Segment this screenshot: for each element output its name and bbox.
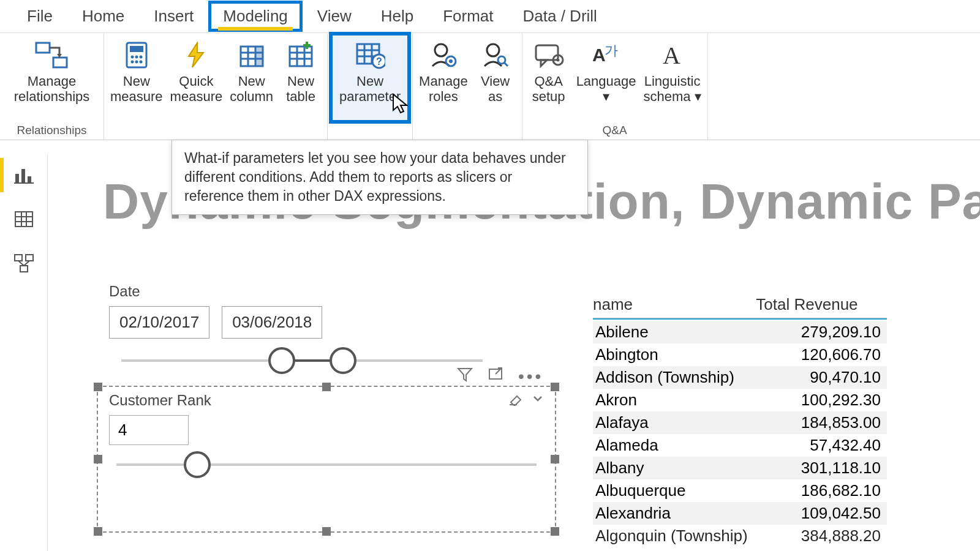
tab-format[interactable]: Format (428, 1, 508, 32)
new-table-label: New table (286, 73, 315, 105)
tab-view[interactable]: View (303, 1, 366, 32)
table-row[interactable]: Addison (Township)90,470.10 (593, 366, 887, 389)
resize-handle[interactable] (94, 383, 102, 391)
new-table-button[interactable]: New table (277, 33, 325, 122)
svg-rect-17 (255, 47, 263, 66)
resize-handle[interactable] (551, 455, 559, 463)
table-row[interactable]: Albuquerque186,682.10 (593, 479, 887, 502)
table-row[interactable]: Akron100,292.30 (593, 389, 887, 411)
chevron-down-icon[interactable] (532, 392, 544, 408)
table-plus-icon (287, 38, 314, 72)
date-range-track[interactable] (121, 359, 483, 362)
table-column-icon (238, 38, 265, 72)
person-search-icon (482, 38, 509, 72)
date-from-input[interactable]: 02/10/2017 (109, 306, 209, 339)
svg-rect-45 (15, 174, 19, 182)
linguistic-schema-button[interactable]: A Linguistic schema ▾ (640, 33, 705, 122)
report-view-button[interactable] (10, 162, 37, 189)
group-label-qna: Q&A (603, 122, 627, 140)
table-row[interactable]: Alameda57,432.40 (593, 434, 887, 457)
view-as-button[interactable]: View as (472, 33, 519, 122)
svg-rect-4 (130, 46, 143, 52)
svg-rect-46 (21, 169, 25, 182)
table-row[interactable]: Abilene279,209.10 (593, 321, 887, 343)
new-measure-label: New measure (110, 73, 163, 105)
date-range-thumb-start[interactable] (268, 347, 295, 374)
ribbon-group-whatif: ? New parameter (328, 33, 413, 140)
resize-handle[interactable] (322, 527, 331, 536)
ribbon-group-qna: Q&A setup A가 Language ▾ A Linguistic sch… (522, 33, 708, 140)
column-name-header[interactable]: name (593, 295, 750, 314)
svg-rect-47 (28, 176, 31, 182)
group-label-relationships: Relationships (17, 122, 86, 140)
ribbon-tabs: File Home Insert Modeling View Help Form… (0, 0, 980, 33)
date-range-thumb-end[interactable] (330, 347, 356, 374)
view-switcher (0, 154, 48, 551)
svg-point-35 (487, 44, 499, 56)
new-parameter-button[interactable]: ? New parameter (330, 33, 410, 122)
tab-file[interactable]: File (12, 1, 67, 32)
rank-track[interactable] (116, 463, 537, 466)
quick-measure-button[interactable]: Quick measure (167, 33, 227, 122)
svg-rect-49 (15, 212, 32, 227)
table-row[interactable]: Alafaya184,853.00 (593, 411, 887, 434)
rank-value-input[interactable]: 4 (109, 415, 189, 445)
svg-text:?: ? (376, 56, 382, 67)
svg-point-10 (139, 61, 142, 64)
qa-setup-button[interactable]: Q&A setup (525, 33, 573, 122)
filter-icon[interactable] (457, 366, 473, 386)
language-button[interactable]: A가 Language ▾ (573, 33, 640, 122)
ribbon-group-calculations: New measure Quick measure New column New… (104, 33, 328, 140)
table-row[interactable]: Albany301,118.10 (593, 457, 887, 479)
revenue-table[interactable]: name Total Revenue Abilene279,209.10 Abi… (593, 295, 887, 547)
qa-setup-label: Q&A setup (532, 73, 565, 105)
new-column-label: New column (230, 73, 273, 105)
calculator-icon (124, 38, 149, 72)
model-view-button[interactable] (10, 250, 37, 277)
table-body: Abilene279,209.10 Abington120,606.70 Add… (593, 321, 887, 547)
table-divider (593, 318, 887, 320)
rank-slicer-label: Customer Rank (109, 392, 211, 409)
focus-mode-icon[interactable] (488, 366, 503, 386)
new-parameter-label: New parameter (339, 73, 401, 105)
svg-line-58 (24, 261, 29, 266)
manage-relationships-label: Manage relationships (14, 73, 90, 105)
svg-point-8 (130, 61, 134, 64)
resize-handle[interactable] (551, 527, 559, 536)
table-row[interactable]: Alexandria109,042.50 (593, 502, 887, 525)
resize-handle[interactable] (94, 527, 102, 536)
resize-handle[interactable] (94, 455, 102, 463)
more-options-icon[interactable]: ••• (518, 367, 543, 386)
date-to-input[interactable]: 03/06/2018 (222, 306, 322, 339)
language-label: Language ▾ (576, 73, 636, 105)
tab-modeling[interactable]: Modeling (208, 1, 303, 32)
tab-home[interactable]: Home (67, 1, 139, 32)
svg-line-37 (504, 62, 508, 66)
column-revenue-header[interactable]: Total Revenue (750, 295, 887, 314)
new-column-button[interactable]: New column (226, 33, 277, 122)
model-icon (13, 253, 34, 273)
table-row[interactable]: Abington120,606.70 (593, 343, 887, 366)
tab-insert[interactable]: Insert (139, 1, 208, 32)
linguistic-schema-label: Linguistic schema ▾ (644, 73, 701, 105)
resize-handle[interactable] (551, 383, 559, 391)
svg-rect-55 (26, 255, 33, 261)
data-view-button[interactable] (10, 206, 37, 233)
rank-thumb[interactable] (184, 451, 211, 478)
view-as-label: View as (481, 73, 510, 105)
tab-data-drill[interactable]: Data / Drill (508, 1, 612, 32)
parameter-icon: ? (355, 38, 385, 72)
svg-point-9 (135, 61, 138, 64)
manage-relationships-button[interactable]: Manage relationships (10, 33, 94, 122)
new-measure-button[interactable]: New measure (107, 33, 167, 122)
person-gear-icon (430, 38, 457, 72)
table-row[interactable]: Algonquin (Township)384,888.20 (593, 525, 887, 547)
eraser-icon[interactable] (508, 392, 523, 408)
resize-handle[interactable] (322, 383, 331, 391)
date-slicer[interactable]: Date 02/10/2017 03/06/2018 (109, 283, 538, 362)
svg-point-5 (130, 56, 134, 59)
tab-help[interactable]: Help (366, 1, 428, 32)
svg-marker-11 (189, 43, 203, 67)
manage-roles-button[interactable]: Manage roles (415, 33, 472, 122)
customer-rank-slicer[interactable]: Customer Rank 4 (97, 386, 556, 533)
